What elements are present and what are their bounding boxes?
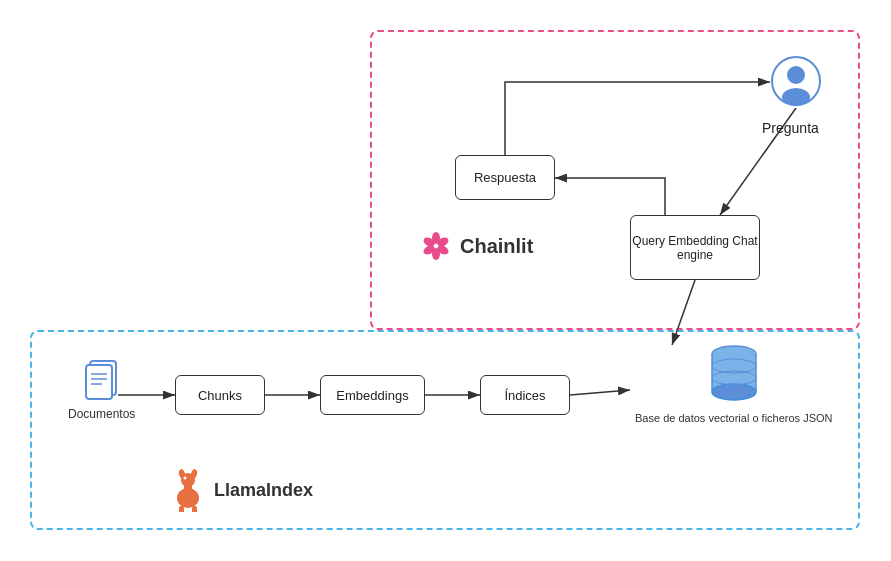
chainlit-logo: Chainlit (420, 230, 533, 262)
pregunta-label: Pregunta (762, 120, 819, 136)
svg-point-9 (787, 66, 805, 84)
documents-label: Documentos (68, 407, 135, 421)
svg-point-10 (782, 88, 810, 106)
respuesta-box: Respuesta (455, 155, 555, 200)
indices-label: Índices (504, 388, 545, 403)
llamaindex-brand-text: LlamaIndex (214, 480, 313, 501)
svg-rect-35 (192, 506, 197, 512)
indices-box: Índices (480, 375, 570, 415)
query-engine-box: Query Embedding Chat engine (630, 215, 760, 280)
database-icon (704, 340, 764, 405)
chainlit-icon (420, 230, 452, 262)
documents-icon-group: Documentos (68, 357, 135, 421)
chainlit-brand-text: Chainlit (460, 235, 533, 258)
documents-icon (82, 357, 122, 403)
diagram-container: Pregunta Respuesta Query Embedding Chat … (0, 0, 891, 561)
llamaindex-icon (170, 468, 206, 512)
svg-point-36 (184, 477, 187, 480)
llamaindex-logo: LlamaIndex (170, 468, 313, 512)
embeddings-box: Embeddings (320, 375, 425, 415)
respuesta-label: Respuesta (474, 170, 536, 185)
database-label-text: Base de datos vectorial o ficheros JSON (635, 412, 832, 424)
svg-rect-18 (86, 365, 112, 399)
database-icon-group: Base de datos vectorial o ficheros JSON (635, 340, 832, 426)
user-icon (770, 55, 822, 107)
chunks-label: Chunks (198, 388, 242, 403)
svg-point-24 (712, 384, 756, 400)
embeddings-label: Embeddings (336, 388, 408, 403)
svg-rect-34 (179, 506, 184, 512)
query-engine-label: Query Embedding Chat engine (631, 234, 759, 262)
database-label: Base de datos vectorial o ficheros JSON (635, 411, 832, 426)
chunks-box: Chunks (175, 375, 265, 415)
